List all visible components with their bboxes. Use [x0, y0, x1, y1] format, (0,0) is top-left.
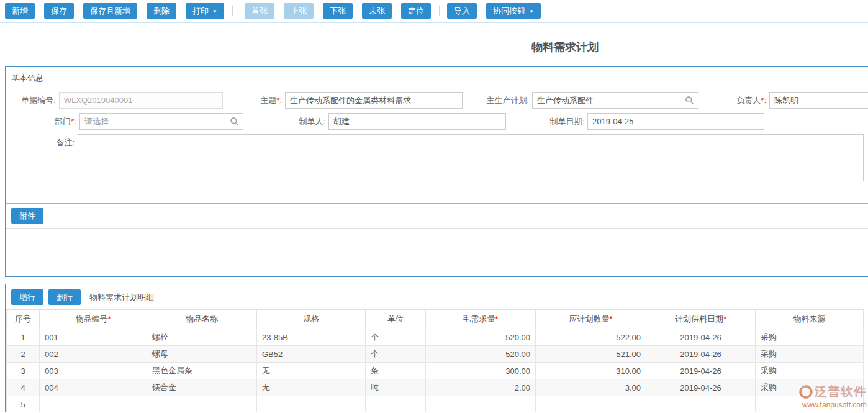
table-row[interactable]: 4 004 镁合金 无 吨 2.00 3.00 2019-04-26 采购: [7, 379, 864, 396]
save-and-new-button[interactable]: 保存且新增: [83, 3, 137, 19]
cell-item-name[interactable]: 镁合金: [147, 379, 257, 396]
cell-spec[interactable]: GB52: [257, 346, 366, 363]
creator-input[interactable]: [328, 113, 506, 130]
detail-header-row: 序号 物品编号* 物品名称 规格 单位 毛需求量* 应计划数量* 计划供料日期*…: [7, 310, 864, 329]
next-record-button[interactable]: 下张: [323, 3, 353, 19]
owner-field-group: 负责人*:: [698, 92, 868, 109]
cell-plan-qty[interactable]: 521.00: [536, 346, 646, 363]
cell-unit[interactable]: 个: [366, 346, 426, 363]
save-button[interactable]: 保存: [44, 3, 74, 19]
remarks-textarea[interactable]: [78, 134, 864, 181]
column-header-supply-date: 计划供料日期*: [646, 310, 756, 329]
master-plan-field-group: 主生产计划:: [463, 92, 698, 109]
cell-item-name[interactable]: [147, 396, 257, 413]
department-label: 部门*:: [6, 116, 79, 127]
cell-spec[interactable]: 无: [257, 379, 366, 396]
cell-gross-qty[interactable]: 300.00: [426, 363, 536, 379]
column-header-plan-qty: 应计划数量*: [536, 310, 646, 329]
attachment-button[interactable]: 附件: [11, 208, 43, 224]
master-plan-input[interactable]: [532, 92, 698, 109]
collaborate-button[interactable]: 协同按钮▼: [486, 3, 541, 19]
cell-item-name[interactable]: 螺母: [147, 346, 257, 363]
column-header-item-no: 物品编号*: [40, 310, 147, 329]
cell-plan-qty[interactable]: [536, 396, 646, 413]
cell-item-no[interactable]: 002: [40, 346, 147, 363]
cell-item-no[interactable]: 004: [40, 379, 147, 396]
cell-item-no[interactable]: 001: [40, 329, 147, 346]
subject-input[interactable]: [285, 92, 463, 109]
print-button-label: 打印: [192, 6, 209, 16]
cell-supply-date[interactable]: 2019-04-26: [646, 379, 756, 396]
cell-gross-qty[interactable]: 2.00: [426, 379, 536, 396]
cell-plan-qty[interactable]: 310.00: [536, 363, 646, 379]
column-header-spec: 规格: [257, 310, 366, 329]
subject-label: 主题*:: [223, 95, 285, 106]
cell-spec[interactable]: [257, 396, 366, 413]
locate-button[interactable]: 定位: [401, 3, 431, 19]
cell-source[interactable]: 采购: [756, 329, 864, 346]
cell-spec[interactable]: 无: [257, 363, 366, 379]
create-date-input[interactable]: [587, 113, 764, 130]
doc-no-label: 单据编号:: [6, 95, 59, 106]
cell-no: 5: [7, 396, 40, 413]
detail-toolbar: 增行 删行 物料需求计划明细: [6, 284, 868, 309]
last-record-button[interactable]: 末张: [362, 3, 392, 19]
page-title: 物料需求计划: [531, 41, 599, 53]
cell-unit[interactable]: 条: [366, 363, 426, 379]
department-search-box: [79, 113, 243, 130]
cell-source[interactable]: 采购: [756, 363, 864, 379]
doc-no-input: [59, 92, 223, 109]
detail-panel: 增行 删行 物料需求计划明细 序号 物品编号* 物品名称 规格 单位 毛需求量*…: [5, 284, 868, 412]
previous-record-button[interactable]: 上张: [284, 3, 314, 19]
cell-supply-date[interactable]: [646, 396, 756, 413]
import-button[interactable]: 导入: [447, 3, 477, 19]
cell-unit[interactable]: 吨: [366, 379, 426, 396]
new-button[interactable]: 新增: [5, 3, 35, 19]
cell-supply-date[interactable]: 2019-04-26: [646, 346, 756, 363]
table-row[interactable]: 3 003 黑色金属条 无 条 300.00 310.00 2019-04-26…: [7, 363, 864, 379]
creator-label: 制单人:: [243, 116, 328, 127]
caret-down-icon: ▼: [212, 9, 217, 14]
search-icon[interactable]: [230, 117, 239, 126]
cell-unit[interactable]: 个: [366, 329, 426, 346]
cell-gross-qty[interactable]: 520.00: [426, 346, 536, 363]
cell-source[interactable]: [756, 396, 864, 413]
cell-unit[interactable]: [366, 396, 426, 413]
cell-supply-date[interactable]: 2019-04-26: [646, 329, 756, 346]
cell-spec[interactable]: 23-85B: [257, 329, 366, 346]
cell-item-name[interactable]: 黑色金属条: [147, 363, 257, 379]
cell-gross-qty[interactable]: 520.00: [426, 329, 536, 346]
table-row[interactable]: 1 001 螺栓 23-85B 个 520.00 522.00 2019-04-…: [7, 329, 864, 346]
department-field-group: 部门*:: [6, 113, 243, 130]
column-header-gross-qty: 毛需求量*: [426, 310, 536, 329]
caret-down-icon: ▼: [529, 9, 534, 14]
detail-section-title: 物料需求计划明细: [89, 292, 154, 303]
table-row[interactable]: 2 002 螺母 GB52 个 520.00 521.00 2019-04-26…: [7, 346, 864, 363]
department-input[interactable]: [79, 113, 243, 130]
basic-info-panel: 基本信息 单据编号: 主题*: 主生产计划: 负责人*: 部门*:: [5, 66, 868, 277]
cell-item-name[interactable]: 螺栓: [147, 329, 257, 346]
cell-gross-qty[interactable]: [426, 396, 536, 413]
cell-no: 3: [7, 363, 40, 379]
print-button[interactable]: 打印▼: [186, 3, 224, 19]
cell-item-no[interactable]: [40, 396, 147, 413]
cell-source[interactable]: 采购: [756, 379, 864, 396]
table-row[interactable]: 5: [7, 396, 864, 413]
cell-plan-qty[interactable]: 522.00: [536, 329, 646, 346]
basic-info-section-title: 基本信息: [6, 67, 868, 92]
cell-no: 4: [7, 379, 40, 396]
search-icon[interactable]: [685, 96, 694, 105]
cell-source[interactable]: 采购: [756, 346, 864, 363]
cell-item-no[interactable]: 003: [40, 363, 147, 379]
toolbar-separator: [439, 6, 440, 16]
toolbar-separator: [232, 6, 237, 16]
first-record-button[interactable]: 首张: [245, 3, 274, 19]
add-row-button[interactable]: 增行: [11, 289, 43, 305]
detail-table: 序号 物品编号* 物品名称 规格 单位 毛需求量* 应计划数量* 计划供料日期*…: [6, 309, 864, 412]
create-date-label: 制单日期:: [506, 116, 587, 127]
delete-button[interactable]: 删除: [147, 3, 176, 19]
owner-input[interactable]: [769, 92, 868, 109]
cell-supply-date[interactable]: 2019-04-26: [646, 363, 756, 379]
delete-row-button[interactable]: 删行: [48, 289, 81, 305]
cell-plan-qty[interactable]: 3.00: [536, 379, 646, 396]
